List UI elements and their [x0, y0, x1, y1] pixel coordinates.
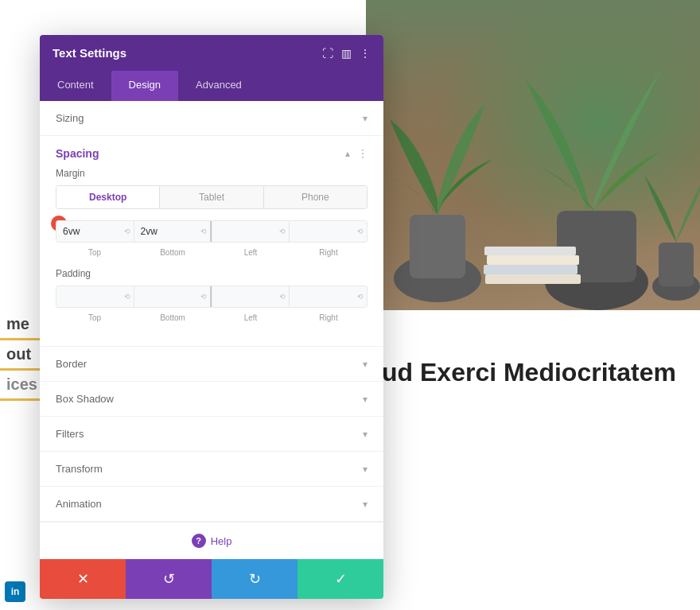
- margin-bottom-cell: ⟲: [134, 221, 212, 242]
- border-label: Border: [56, 358, 87, 370]
- save-button[interactable]: ✓: [298, 559, 383, 599]
- padding-bottom-cell: ⟲: [134, 286, 212, 307]
- device-tab-desktop[interactable]: Desktop: [56, 186, 160, 208]
- padding-bottom-input[interactable]: [134, 286, 211, 307]
- margin-bottom-input[interactable]: [134, 221, 211, 242]
- margin-label: Margin: [56, 168, 368, 179]
- sync-icon-4: ⟲: [357, 227, 364, 235]
- spacing-more-icon[interactable]: ⋮: [358, 148, 368, 159]
- modal-header: Text Settings ⛶ ▥ ⋮: [40, 35, 383, 71]
- svg-rect-7: [484, 265, 578, 274]
- box-shadow-section[interactable]: Box Shadow ▾: [40, 382, 383, 417]
- padding-left-cell: ⟲: [212, 286, 290, 307]
- box-shadow-chevron-icon: ▾: [363, 394, 368, 405]
- svg-rect-8: [487, 255, 579, 265]
- padding-bottom-label: Bottom: [134, 311, 212, 322]
- transform-chevron-icon: ▾: [363, 464, 368, 475]
- animation-chevron-icon: ▾: [363, 499, 368, 510]
- modal-header-actions: ⛶ ▥ ⋮: [322, 47, 371, 60]
- device-tabs: Desktop Tablet Phone: [56, 185, 368, 209]
- margin-top-cell: ⟲: [56, 221, 134, 242]
- margin-left-label: Left: [212, 246, 290, 257]
- box-shadow-label: Box Shadow: [56, 393, 114, 405]
- text-settings-modal: Text Settings ⛶ ▥ ⋮ Content Design Advan…: [40, 35, 383, 599]
- padding-input-labels: Top Bottom Left Right: [56, 311, 368, 322]
- svg-rect-6: [485, 274, 581, 284]
- margin-left-cell: ⟲: [212, 221, 290, 242]
- help-row[interactable]: ? Help: [40, 522, 383, 559]
- margin-inputs: ⟲ ⟲ ⟲ ⟲: [56, 220, 368, 243]
- background-photo: [366, 0, 700, 310]
- tab-content[interactable]: Content: [40, 71, 111, 101]
- bottom-toolbar: ✕ ↺ ↻ ✓: [40, 559, 383, 599]
- device-tab-phone[interactable]: Phone: [264, 186, 367, 208]
- padding-right-cell: ⟲: [290, 286, 368, 307]
- sync-icon-3: ⟲: [279, 227, 286, 235]
- modal-body: Sizing ▾ Spacing ▴ ⋮ Margin Desktop Tabl…: [40, 101, 383, 559]
- svg-rect-5: [659, 243, 694, 286]
- filters-label: Filters: [56, 428, 84, 440]
- svg-rect-9: [484, 247, 576, 255]
- animation-label: Animation: [56, 498, 102, 510]
- fullscreen-icon[interactable]: ⛶: [322, 47, 333, 60]
- transform-label: Transform: [56, 463, 103, 475]
- device-tab-tablet[interactable]: Tablet: [160, 186, 263, 208]
- margin-bottom-label: Bottom: [134, 246, 212, 257]
- margin-top-input[interactable]: [56, 221, 134, 242]
- cancel-button[interactable]: ✕: [40, 559, 126, 599]
- padding-label: Padding: [56, 268, 368, 279]
- undo-button[interactable]: ↺: [126, 559, 212, 599]
- modal-title: Text Settings: [52, 46, 126, 60]
- filters-chevron-icon: ▾: [363, 429, 368, 440]
- spacing-title: Spacing: [56, 147, 99, 160]
- animation-section[interactable]: Animation ▾: [40, 487, 383, 522]
- margin-input-group: 1 ⟲ ⟲ ⟲: [56, 220, 368, 257]
- more-options-icon[interactable]: ⋮: [360, 47, 371, 60]
- padding-inputs: ⟲ ⟲ ⟲ ⟲: [56, 286, 368, 308]
- tab-advanced[interactable]: Advanced: [178, 71, 259, 101]
- spacing-section: Spacing ▴ ⋮ Margin Desktop Tablet Phone …: [40, 136, 383, 347]
- spacing-body: Margin Desktop Tablet Phone 1 ⟲: [40, 168, 383, 346]
- padding-left-label: Left: [212, 311, 290, 322]
- columns-icon[interactable]: ▥: [341, 47, 352, 60]
- filters-section[interactable]: Filters ▾: [40, 417, 383, 452]
- spacing-collapse-icon[interactable]: ▴: [345, 148, 350, 159]
- padding-top-label: Top: [56, 311, 134, 322]
- modal-tabs: Content Design Advanced: [40, 71, 383, 101]
- margin-left-input[interactable]: [212, 221, 289, 242]
- padding-top-input[interactable]: [56, 286, 134, 307]
- padding-sync-icon-4: ⟲: [357, 293, 364, 301]
- sizing-chevron-icon: ▾: [363, 113, 368, 124]
- help-label: Help: [211, 535, 232, 547]
- margin-right-label: Right: [290, 246, 368, 257]
- padding-right-label: Right: [290, 311, 368, 322]
- spacing-header-right: ▴ ⋮: [345, 148, 368, 159]
- linkedin-icon[interactable]: in: [5, 581, 25, 602]
- redo-button[interactable]: ↻: [212, 559, 298, 599]
- border-chevron-icon: ▾: [363, 359, 368, 370]
- sync-icon-2: ⟲: [200, 227, 207, 235]
- padding-sync-icon-3: ⟲: [279, 293, 286, 301]
- margin-right-input[interactable]: [290, 221, 368, 242]
- tab-design[interactable]: Design: [111, 71, 178, 101]
- margin-top-label: Top: [56, 246, 134, 257]
- background-heading: ud Exerci Mediocritatem: [382, 358, 676, 387]
- sizing-label: Sizing: [56, 112, 84, 124]
- spacing-header: Spacing ▴ ⋮: [40, 136, 383, 168]
- transform-section[interactable]: Transform ▾: [40, 452, 383, 487]
- margin-input-labels: Top Bottom Left Right: [56, 246, 368, 257]
- padding-input-group: ⟲ ⟲ ⟲ ⟲: [56, 286, 368, 322]
- margin-right-cell: ⟲: [290, 221, 368, 242]
- sizing-section[interactable]: Sizing ▾: [40, 101, 383, 136]
- svg-rect-1: [410, 215, 465, 278]
- padding-sync-icon-1: ⟲: [124, 293, 130, 301]
- padding-sync-icon-2: ⟲: [200, 293, 207, 301]
- padding-left-input[interactable]: [212, 286, 289, 307]
- help-icon: ?: [192, 534, 206, 548]
- border-section[interactable]: Border ▾: [40, 347, 383, 382]
- sync-icon-1: ⟲: [124, 227, 130, 235]
- padding-right-input[interactable]: [290, 286, 368, 307]
- padding-top-cell: ⟲: [56, 286, 134, 307]
